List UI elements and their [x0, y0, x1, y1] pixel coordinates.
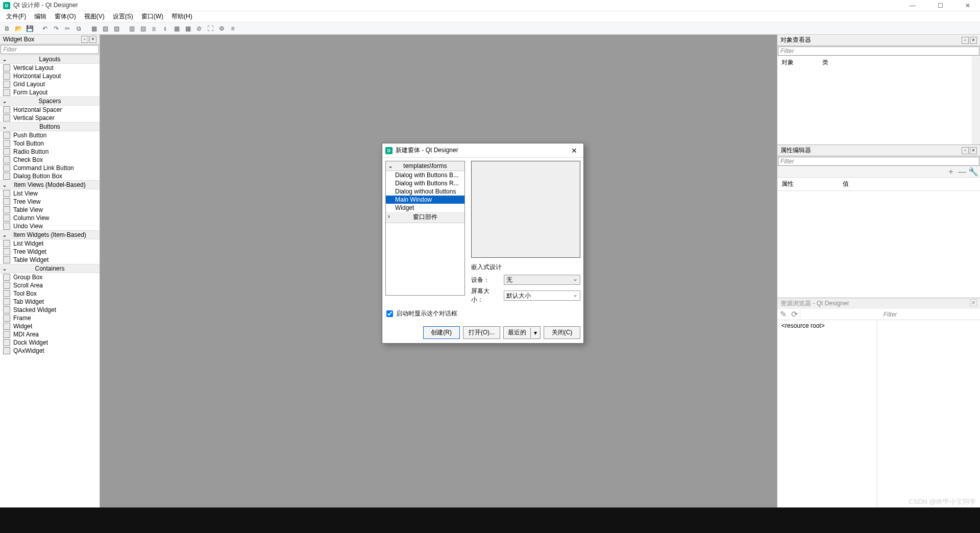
vsplit-icon[interactable]: ⫾ [160, 23, 170, 34]
design-canvas[interactable]: D 新建窗体 - Qt Designer ✕ ⌄templates\forms … [100, 35, 777, 507]
widget-item[interactable]: Table View [0, 206, 100, 214]
resource-tree[interactable]: <resource root> [777, 320, 877, 507]
minimize-button[interactable]: — [903, 2, 922, 9]
widget-item[interactable]: Widget [0, 322, 100, 330]
panel-float-icon[interactable]: ▫ [962, 147, 969, 154]
widget-item[interactable]: Scroll Area [0, 281, 100, 289]
edit-resources-icon[interactable]: ✎ [777, 309, 789, 319]
hsplit-icon[interactable]: ⫼ [149, 23, 159, 34]
grid-icon[interactable]: ▦ [172, 23, 182, 34]
widget-category[interactable]: ⌄Layouts [0, 55, 100, 64]
widget-item[interactable]: Frame [0, 314, 100, 322]
widget-item[interactable]: Horizontal Layout [0, 72, 100, 80]
device-select[interactable]: 无 [504, 275, 580, 285]
widget-item[interactable]: Group Box [0, 273, 100, 281]
object-inspector-table[interactable]: 对象 类 [777, 56, 980, 144]
signals-icon[interactable]: ⚙ [216, 23, 227, 34]
delete-icon[interactable]: ▨ [111, 23, 121, 34]
save-file-icon[interactable]: 💾 [24, 23, 35, 34]
property-editor-table[interactable] [777, 191, 980, 298]
open-button[interactable]: 打开(O)... [463, 326, 500, 339]
widget-item[interactable]: Push Button [0, 131, 100, 139]
property-editor-filter[interactable]: Filter [778, 157, 979, 166]
menu-edit[interactable]: 编辑 [30, 11, 51, 22]
widget-item[interactable]: Table Widget [0, 256, 100, 264]
widget-item[interactable]: Vertical Spacer [0, 114, 100, 122]
screen-size-select[interactable]: 默认大小 [504, 290, 580, 301]
copy-icon[interactable]: ⧉ [74, 23, 84, 34]
widget-item[interactable]: Radio Button [0, 148, 100, 156]
dialog-close-button[interactable]: ✕ [568, 147, 580, 155]
show-on-startup-checkbox[interactable] [386, 310, 393, 317]
widget-item[interactable]: Tool Button [0, 139, 100, 148]
menu-file[interactable]: 文件(F) [2, 11, 30, 22]
widget-item[interactable]: Tool Box [0, 289, 100, 298]
hlayout-icon[interactable]: ▥ [127, 23, 137, 34]
create-button[interactable]: 创建(R) [423, 326, 460, 339]
scrollbar[interactable] [972, 56, 980, 144]
property-col[interactable]: 属性 [777, 178, 839, 190]
menu-settings[interactable]: 设置(S) [109, 11, 137, 22]
widget-category[interactable]: ⌄Item Widgets (Item-Based) [0, 230, 100, 239]
widget-item[interactable]: Grid Layout [0, 80, 100, 88]
panel-float-icon[interactable]: ▫ [962, 37, 969, 44]
bring-front-icon[interactable]: ▦ [89, 23, 99, 34]
add-property-icon[interactable]: ＋ [946, 167, 955, 177]
object-col[interactable]: 对象 [777, 56, 818, 69]
resource-view[interactable] [877, 320, 980, 507]
widget-box-filter[interactable]: Filter [1, 45, 99, 54]
close-dialog-button[interactable]: 关闭(C) [544, 326, 580, 339]
form-icon[interactable]: ▩ [183, 23, 193, 34]
vlayout-icon[interactable]: ▤ [138, 23, 148, 34]
widgets-root[interactable]: ›窗口部件 [386, 212, 464, 223]
new-file-icon[interactable]: 🗎 [2, 23, 12, 34]
widget-box-list[interactable]: ⌄LayoutsVertical LayoutHorizontal Layout… [0, 55, 100, 507]
redo-icon[interactable]: ↷ [51, 23, 61, 34]
template-item[interactable]: Dialog with Buttons B... [386, 171, 464, 179]
widget-item[interactable]: Command Link Button [0, 164, 100, 172]
object-inspector-filter[interactable]: Filter [778, 46, 979, 56]
widget-item[interactable]: MDI Area [0, 330, 100, 338]
widget-item[interactable]: Dock Widget [0, 338, 100, 347]
widget-item[interactable]: Dialog Button Box [0, 172, 100, 180]
widget-item[interactable]: Undo View [0, 222, 100, 230]
send-back-icon[interactable]: ▧ [100, 23, 110, 34]
reload-resources-icon[interactable]: ⟳ [789, 309, 800, 319]
panel-close-icon[interactable]: × [970, 37, 977, 44]
widget-item[interactable]: Horizontal Spacer [0, 106, 100, 114]
widget-category[interactable]: ⌄Spacers [0, 96, 100, 106]
remove-property-icon[interactable]: — [958, 167, 967, 177]
template-tree[interactable]: ⌄templates\forms Dialog with Buttons B..… [385, 161, 465, 296]
widget-item[interactable]: QAxWidget [0, 347, 100, 355]
widget-item[interactable]: Tab Widget [0, 298, 100, 306]
panel-float-icon[interactable]: ▫ [81, 36, 88, 43]
widget-item[interactable]: List View [0, 189, 100, 198]
undo-icon[interactable]: ↶ [40, 23, 50, 34]
panel-close-icon[interactable]: × [970, 147, 977, 154]
resource-filter[interactable]: Filter [800, 310, 980, 319]
cut-icon[interactable]: ✂ [62, 23, 72, 34]
template-root[interactable]: ⌄templates\forms [386, 161, 464, 171]
widget-category[interactable]: ⌄Containers [0, 264, 100, 273]
menu-window[interactable]: 窗口(W) [137, 11, 167, 22]
widget-item[interactable]: Tree Widget [0, 248, 100, 256]
open-file-icon[interactable]: 📂 [13, 23, 23, 34]
maximize-button[interactable]: ☐ [931, 2, 949, 9]
close-button[interactable]: ✕ [959, 2, 977, 9]
tab-order-icon[interactable]: ≡ [228, 23, 238, 34]
widget-item[interactable]: List Widget [0, 239, 100, 248]
widget-item[interactable]: Tree View [0, 198, 100, 206]
widget-item[interactable]: Form Layout [0, 88, 100, 96]
config-icon[interactable]: 🔧 [969, 167, 978, 177]
break-layout-icon[interactable]: ⊘ [194, 23, 204, 34]
widget-item[interactable]: Stacked Widget [0, 306, 100, 314]
recent-button[interactable]: 最近的▾ [503, 326, 541, 339]
widget-item[interactable]: Vertical Layout [0, 64, 100, 72]
value-col[interactable]: 值 [839, 178, 853, 190]
template-item[interactable]: Dialog with Buttons R... [386, 179, 464, 187]
taskbar[interactable] [0, 507, 980, 533]
adjust-size-icon[interactable]: ⛶ [205, 23, 215, 34]
menu-help[interactable]: 帮助(H) [167, 11, 197, 22]
template-item[interactable]: Main Window [386, 196, 464, 204]
widget-item[interactable]: Column View [0, 214, 100, 222]
